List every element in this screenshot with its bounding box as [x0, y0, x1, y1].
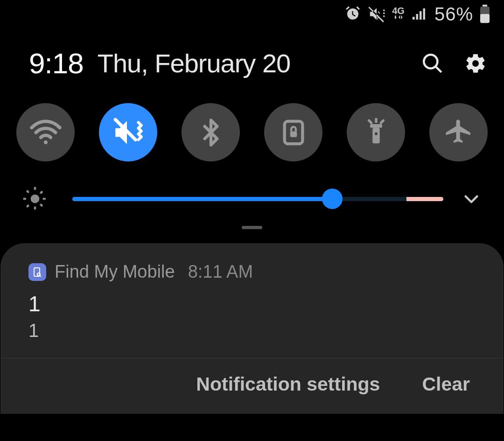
- notification-app-name: Find My Mobile: [55, 262, 175, 282]
- svg-line-13: [369, 120, 371, 123]
- rotation-lock-icon: [280, 119, 307, 146]
- notification-card[interactable]: Find My Mobile 8:11 AM 1 1 Notification …: [0, 243, 504, 414]
- svg-rect-0: [483, 5, 487, 7]
- status-bar: 4G 56%: [0, 0, 504, 28]
- battery-percent: 56%: [434, 4, 473, 25]
- svg-point-11: [374, 132, 377, 135]
- signal-icon: [411, 6, 428, 22]
- quick-toggles: [0, 89, 504, 161]
- alarm-icon: [344, 6, 361, 22]
- svg-line-21: [41, 205, 43, 207]
- bluetooth-icon: [196, 118, 226, 147]
- svg-line-4: [435, 66, 441, 72]
- find-my-mobile-app-icon: [28, 263, 46, 281]
- svg-line-20: [28, 191, 29, 193]
- notification-settings-button[interactable]: Notification settings: [196, 373, 380, 395]
- wifi-icon: [29, 116, 63, 149]
- wifi-toggle[interactable]: [16, 103, 75, 161]
- mute-vibrate-icon: [111, 115, 146, 150]
- network-4g-icon: 4G: [392, 7, 405, 21]
- gear-icon[interactable]: [463, 51, 488, 76]
- svg-point-15: [31, 195, 40, 203]
- svg-line-22: [28, 205, 29, 207]
- sound-toggle[interactable]: [99, 103, 157, 161]
- panel-drag-handle[interactable]: [0, 213, 504, 229]
- flashlight-toggle[interactable]: [347, 103, 405, 161]
- panel-header: 9:18 Thu, February 20: [0, 28, 504, 89]
- brightness-icon: [21, 186, 49, 212]
- chevron-down-icon: [462, 189, 481, 209]
- notification-title: 1: [28, 291, 476, 316]
- clock-date: Thu, February 20: [98, 48, 291, 78]
- svg-rect-8: [290, 131, 297, 137]
- rotation-lock-toggle[interactable]: [264, 103, 322, 161]
- airplane-icon: [443, 117, 474, 148]
- expand-panel-button[interactable]: [460, 189, 483, 209]
- notification-header: Find My Mobile 8:11 AM: [0, 262, 504, 282]
- notification-time: 8:11 AM: [188, 262, 253, 282]
- svg-point-5: [44, 140, 48, 144]
- battery-icon: [480, 5, 490, 23]
- airplane-toggle[interactable]: [429, 103, 488, 161]
- svg-rect-9: [372, 127, 380, 143]
- search-icon[interactable]: [420, 51, 445, 76]
- brightness-slider[interactable]: [72, 189, 443, 208]
- svg-line-26: [40, 275, 41, 277]
- svg-line-23: [41, 191, 43, 193]
- notification-actions: Notification settings Clear: [0, 358, 504, 414]
- bluetooth-toggle[interactable]: [182, 103, 240, 161]
- svg-line-14: [381, 120, 383, 123]
- svg-point-3: [424, 55, 437, 68]
- svg-rect-24: [34, 268, 40, 276]
- svg-rect-10: [370, 124, 382, 127]
- mute-vibrate-status-icon: [368, 5, 385, 23]
- notification-body: 1: [28, 320, 476, 341]
- clock-time: 9:18: [29, 47, 84, 80]
- flashlight-icon: [362, 118, 391, 147]
- clear-button[interactable]: Clear: [422, 373, 470, 395]
- svg-rect-2: [480, 14, 490, 23]
- brightness-row: [0, 161, 504, 213]
